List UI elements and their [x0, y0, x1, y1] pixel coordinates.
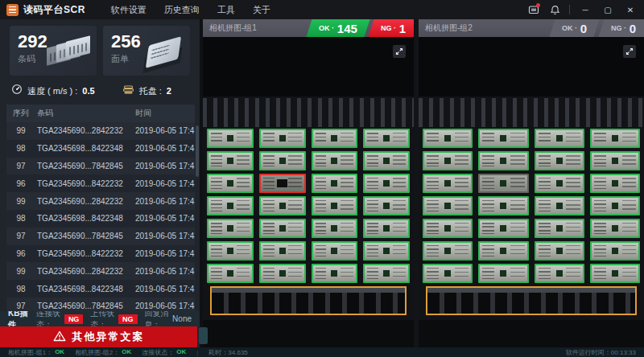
- pallet-icon: [122, 84, 134, 98]
- table-cell: 98: [6, 214, 35, 223]
- package-box: [312, 219, 358, 238]
- table-row[interactable]: 99TGA2345690...28422322019-06-05 17:43:2…: [6, 262, 195, 280]
- table-cell: 2019-06-05 17:43:22:136: [132, 249, 195, 258]
- waybill-illustration-icon: [140, 34, 187, 71]
- notifications-icon[interactable]: [527, 3, 540, 16]
- package-box: [312, 174, 358, 193]
- package-box: [478, 219, 528, 238]
- panel1-header: 相机拼图-组1 OK ·145 NG ·1: [203, 19, 414, 37]
- package-box: [207, 219, 254, 238]
- table-cell: TGA2345690...2842232: [35, 267, 132, 276]
- package-box: [207, 174, 254, 193]
- package-box: [478, 264, 528, 283]
- status-bar: 相机拼图-组1：OK相机拼图-组2：OK连接状态：OK | 耗时：34.635 …: [0, 347, 644, 357]
- titlebar: 读码平台SCR 软件设置历史查询工具关于 ─ ▢ ✕: [0, 0, 644, 19]
- titlebar-divider: [569, 5, 570, 14]
- package-box: [312, 129, 358, 148]
- package-box: [535, 219, 584, 238]
- camera-area: 相机拼图-组1 OK ·145 NG ·1: [203, 19, 644, 347]
- other-error-label: 其他异常文案: [72, 330, 145, 344]
- package-box-unread: [478, 174, 528, 193]
- minimize-button[interactable]: ─: [578, 6, 592, 14]
- app-title: 读码平台SCR: [23, 3, 85, 17]
- table-cell: TGA2345690...7842845: [35, 302, 132, 310]
- panel2-title: 相机拼图-组2: [425, 23, 548, 34]
- status-items: 相机拼图-组1：OK相机拼图-组2：OK连接状态：OK: [8, 348, 186, 357]
- package-box: [312, 241, 358, 261]
- package-box: [259, 264, 306, 283]
- package-box: [207, 264, 254, 283]
- expand-icon[interactable]: [393, 45, 406, 58]
- table-row[interactable]: 97TGA2345690...78428452019-06-05 17:43:2…: [6, 158, 195, 175]
- package-box: [423, 219, 473, 238]
- menu-item-1[interactable]: 软件设置: [111, 4, 147, 16]
- package-box: [259, 241, 306, 261]
- table-cell: 98: [6, 285, 35, 293]
- camera-image-group2: [419, 37, 644, 347]
- col-seq: 序列: [6, 108, 35, 119]
- package-box: [423, 129, 473, 148]
- table-row[interactable]: 97TGA2345690...78428452019-06-05 17:43:2…: [6, 298, 195, 311]
- panel1-ok-badge: OK ·145: [306, 19, 369, 37]
- table-row[interactable]: 99TGA2345690...28422322019-06-05 17:43:2…: [6, 192, 195, 210]
- menu-item-2[interactable]: 历史查询: [164, 4, 200, 16]
- status-item: 连接状态：OK: [142, 348, 186, 357]
- table-row[interactable]: 96TGA2345690...84222322019-06-05 17:43:2…: [6, 245, 195, 263]
- package-box: [590, 264, 640, 283]
- expand-icon[interactable]: [623, 45, 636, 58]
- col-time: 时间: [132, 108, 195, 119]
- package-box: [312, 264, 358, 283]
- package-box: [590, 174, 640, 193]
- table-row[interactable]: 98TGA2345698...84223482019-06-05 17:43:2…: [6, 280, 195, 298]
- table-cell: 97: [6, 232, 35, 240]
- table-cell: 2019-06-05 17:43:22:136: [132, 179, 195, 188]
- warning-icon: [53, 330, 66, 344]
- table-cell: 2019-06-05 17:43:22:136: [132, 162, 195, 170]
- table-cell: TGA2345690...2842232: [35, 126, 132, 135]
- table-cell: TGA2345690...2842232: [35, 197, 132, 206]
- table-row[interactable]: 98TGA2345698...84223482019-06-05 17:43:2…: [6, 140, 195, 158]
- notification-badge: [536, 3, 540, 7]
- status-extra: 耗时：34.635: [208, 348, 247, 357]
- package-box: [423, 241, 473, 261]
- panel1-title: 相机拼图-组1: [209, 23, 305, 34]
- bell-icon[interactable]: [548, 3, 561, 16]
- status-item: 相机拼图-组1：OK: [8, 348, 64, 357]
- corner-chip: [199, 327, 208, 344]
- table-cell: TGA2345690...7842845: [35, 232, 132, 240]
- package-box: [259, 196, 306, 215]
- other-error-button[interactable]: 其他异常文案: [0, 326, 197, 347]
- table-row[interactable]: 96TGA2345690...84222322019-06-05 17:43:2…: [6, 174, 195, 192]
- close-button[interactable]: ✕: [623, 6, 638, 14]
- stat-card-waybill: 256 面单: [103, 26, 190, 76]
- package-box: [259, 219, 306, 238]
- table-cell: 2019-06-05 17:43:22:136: [132, 232, 195, 240]
- table-cell: 2019-06-05 17:43:22:131: [132, 144, 195, 153]
- package-box: [590, 196, 640, 215]
- menu-item-4[interactable]: 关于: [253, 4, 270, 16]
- panel2-ng-badge: NG ·0: [598, 19, 644, 37]
- table-row[interactable]: 97TGA2345690...78428452019-06-05 17:43:2…: [6, 228, 195, 245]
- package-box: [207, 151, 254, 170]
- barcode-illustration-icon: [47, 34, 93, 71]
- package-box: [590, 151, 640, 170]
- scan-log-table: 序列 条码 时间 99TGA2345690...28422322019-06-0…: [0, 105, 200, 311]
- package-box: [363, 174, 410, 193]
- table-cell: 2019-06-05 17:43:22:136: [132, 285, 195, 293]
- package-box: [259, 129, 306, 148]
- package-box: [535, 151, 584, 170]
- package-box-ng: [259, 174, 306, 193]
- package-box: [590, 219, 640, 238]
- maximize-button[interactable]: ▢: [601, 6, 615, 14]
- app-window: 读码平台SCR 软件设置历史查询工具关于 ─ ▢ ✕ 292 条码: [0, 0, 644, 357]
- app-logo-icon: [6, 4, 19, 16]
- table-scrollbar[interactable]: [196, 125, 199, 177]
- camera-image-group1: [203, 37, 414, 347]
- menu-item-3[interactable]: 工具: [217, 4, 235, 16]
- package-box: [590, 129, 640, 148]
- package-box: [363, 129, 410, 148]
- col-barcode: 条码: [35, 108, 132, 119]
- table-cell: TGA2345690...8422232: [35, 179, 132, 188]
- table-row[interactable]: 99TGA2345690...28422322019-06-05 17:43:2…: [6, 122, 195, 140]
- table-row[interactable]: 98TGA2345698...84223482019-06-05 17:43:2…: [6, 210, 195, 228]
